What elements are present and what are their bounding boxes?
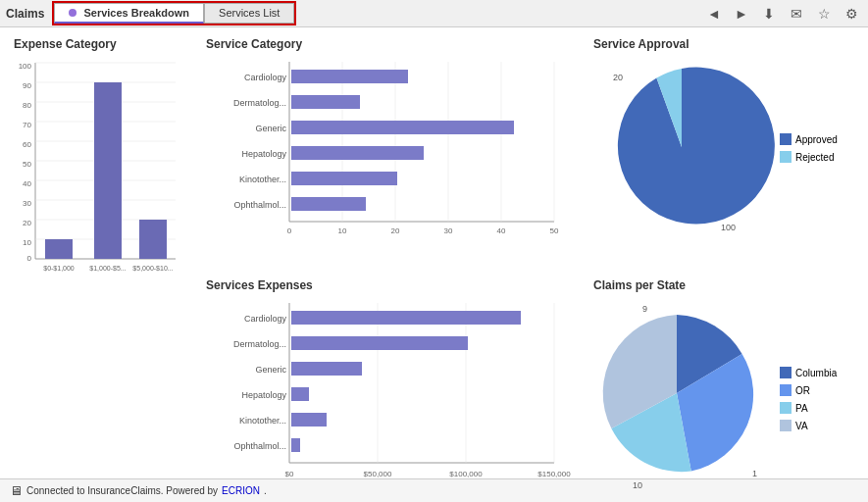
email-icon[interactable]: ✉: [786, 3, 807, 25]
claims-state-section: Claims per State 9 1 10: [584, 275, 858, 502]
svg-text:Dermatolog...: Dermatolog...: [233, 98, 286, 108]
svg-text:0: 0: [287, 226, 292, 235]
claims-state-pie: 9 1 10: [593, 300, 770, 496]
service-expenses-section: Services Expenses Cardiology Dermatolog.…: [196, 275, 584, 502]
svg-rect-25: [139, 220, 167, 259]
tab-label-breakdown: Services Breakdown: [83, 7, 189, 19]
svg-text:9: 9: [642, 304, 647, 314]
svg-rect-64: [291, 336, 468, 350]
service-approval-title: Service Approval: [593, 37, 848, 51]
legend-pa: PA: [780, 402, 837, 414]
columbia-color: [780, 367, 791, 378]
tab-services-list[interactable]: Services List: [204, 3, 294, 24]
or-label: OR: [795, 385, 810, 396]
svg-text:Hepatology: Hepatology: [241, 149, 286, 159]
svg-text:30: 30: [23, 199, 31, 208]
tab-services-breakdown[interactable]: Services Breakdown: [54, 3, 204, 24]
ecrion-link[interactable]: ECRION: [222, 485, 260, 496]
service-expenses-title: Services Expenses: [206, 278, 574, 292]
va-color: [780, 420, 791, 431]
expense-chart: 100 90 80 70 60 50 40 30 20 10 0: [14, 55, 180, 271]
service-category-chart: Cardiology Dermatolog... Generic Hepatol…: [206, 57, 569, 253]
va-label: VA: [795, 421, 808, 431]
svg-text:Hepatology: Hepatology: [241, 390, 286, 400]
svg-rect-66: [291, 362, 362, 376]
svg-rect-41: [291, 121, 514, 134]
svg-rect-45: [291, 172, 397, 185]
svg-text:Generic: Generic: [255, 124, 286, 133]
svg-text:50: 50: [550, 226, 559, 235]
approved-color: [780, 133, 791, 145]
approval-legend: Approved Rejected: [780, 133, 838, 163]
settings-icon[interactable]: ⚙: [841, 3, 862, 25]
svg-rect-68: [291, 387, 309, 401]
svg-text:100: 100: [19, 62, 32, 71]
monitor-icon: 🖥: [10, 483, 23, 498]
columbia-label: Columbia: [795, 368, 837, 378]
pa-color: [780, 402, 791, 414]
bookmark-icon[interactable]: ☆: [813, 3, 835, 25]
svg-text:Dermatolog...: Dermatolog...: [233, 339, 286, 349]
svg-text:Kinotother...: Kinotother...: [239, 416, 286, 426]
main-content: Expense Category 100 90 80 70 60 50 40 3…: [0, 27, 868, 478]
svg-text:$100,000: $100,000: [449, 470, 483, 478]
svg-text:1: 1: [752, 469, 757, 478]
service-approval-section: Service Approval 20 100 Appro: [584, 33, 858, 275]
back-icon[interactable]: ◄: [703, 3, 725, 25]
svg-text:Cardiology: Cardiology: [244, 73, 287, 82]
svg-text:30: 30: [444, 226, 453, 235]
tab-label-list: Services List: [219, 7, 280, 19]
svg-rect-43: [291, 146, 424, 160]
svg-text:40: 40: [497, 226, 506, 235]
svg-text:Kinotother...: Kinotother...: [239, 175, 286, 184]
pa-label: PA: [795, 403, 808, 414]
service-category-section: Service Category Cardiology Dermatolog..…: [196, 33, 584, 275]
rejected-label: Rejected: [795, 152, 834, 163]
forward-icon[interactable]: ►: [731, 3, 752, 25]
svg-text:Cardiology: Cardiology: [244, 314, 287, 324]
svg-text:$0-$1,000: $0-$1,000: [43, 265, 75, 272]
svg-text:Ophthalmol...: Ophthalmol...: [233, 200, 286, 210]
svg-text:10: 10: [23, 238, 31, 247]
svg-rect-24: [94, 82, 122, 259]
svg-text:Generic: Generic: [255, 365, 286, 375]
svg-text:$1,000-$5...: $1,000-$5...: [89, 265, 126, 272]
svg-text:$50,000: $50,000: [364, 470, 392, 478]
svg-text:$0: $0: [285, 470, 294, 478]
svg-rect-37: [291, 70, 408, 83]
status-text: Connected to InsuranceClaims. Powered by: [26, 485, 218, 496]
expense-category-section: Expense Category 100 90 80 70 60 50 40 3…: [10, 33, 196, 275]
claims-state-legend: Columbia OR PA VA: [780, 367, 837, 431]
svg-text:100: 100: [721, 223, 736, 232]
expense-category-title: Expense Category: [14, 37, 192, 51]
service-expenses-chart: Cardiology Dermatolog... Generic Hepatol…: [206, 298, 569, 494]
tab-container: Services Breakdown Services List: [52, 1, 296, 25]
claims-label: Claims: [6, 7, 44, 21]
claims-state-title: Claims per State: [593, 278, 848, 292]
download-icon[interactable]: ⬇: [758, 3, 780, 25]
service-category-title: Service Category: [206, 37, 574, 51]
svg-text:80: 80: [23, 101, 31, 110]
tab-dot: [69, 9, 77, 17]
svg-rect-70: [291, 413, 327, 427]
svg-rect-62: [291, 311, 521, 325]
top-bar: Claims Services Breakdown Services List …: [0, 0, 868, 27]
svg-text:20: 20: [23, 219, 31, 227]
legend-or: OR: [780, 384, 837, 396]
approval-pie-container: 20 100 Approved Rejected: [593, 59, 848, 237]
svg-rect-47: [291, 197, 366, 211]
status-suffix: .: [264, 485, 267, 496]
svg-text:90: 90: [23, 81, 31, 90]
top-bar-right: ◄ ► ⬇ ✉ ☆ ⚙: [703, 3, 862, 25]
svg-rect-39: [291, 95, 360, 109]
or-color: [780, 384, 791, 396]
approved-label: Approved: [795, 134, 838, 145]
top-bar-left: Claims Services Breakdown Services List: [6, 1, 296, 25]
svg-text:40: 40: [23, 179, 31, 188]
svg-rect-72: [291, 438, 300, 452]
svg-rect-23: [45, 239, 73, 259]
legend-columbia: Columbia: [780, 367, 837, 378]
svg-text:$5,000-$10...: $5,000-$10...: [132, 265, 173, 272]
svg-text:Ophthalmol...: Ophthalmol...: [233, 441, 286, 451]
legend-approved: Approved: [780, 133, 838, 145]
